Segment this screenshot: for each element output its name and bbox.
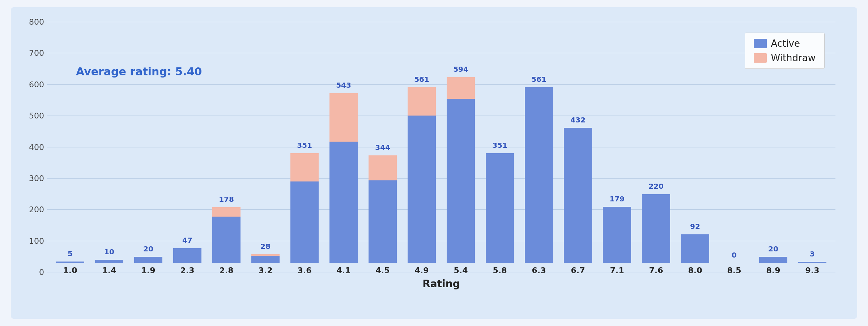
bar-withdraw-4.9 [408,87,436,116]
bar-active-4.5 [369,180,397,263]
legend-active-label: Active [771,38,800,49]
x-tick-9.3: 9.3 [793,266,832,275]
bar-stack-3.2: 28 [251,254,280,263]
chart-area: # submissions Average rating: 5.40 01002… [47,22,835,290]
x-tick-3.6: 3.6 [285,266,324,275]
bar-group-6.7: 432 [558,128,597,263]
bar-label-3.2: 28 [260,242,271,251]
x-tick-4.1: 4.1 [324,266,363,275]
bar-label-8.9: 20 [768,244,778,253]
bar-label-8.0: 92 [690,222,700,231]
bar-active-1.4 [95,260,123,263]
bar-label-5.8: 351 [492,141,507,150]
x-axis: 1.01.41.92.32.83.23.64.14.54.95.45.86.36… [47,263,835,275]
bar-group-5.4: 594 [441,77,480,263]
bar-label-7.1: 179 [609,195,625,203]
bar-active-1.0 [56,262,84,263]
bar-active-7.1 [603,207,631,263]
y-tick-100: 100 [29,236,44,245]
x-tick-4.5: 4.5 [363,266,402,275]
bar-label-1.9: 20 [143,244,153,253]
bar-stack-5.4: 594 [447,77,475,263]
bar-stack-8.0: 92 [681,234,709,263]
bar-label-8.5: 0 [732,251,737,259]
bar-active-5.8 [486,153,514,263]
bar-stack-6.7: 432 [564,128,592,263]
bar-group-4.1: 543 [324,93,363,263]
bar-active-7.6 [642,194,670,263]
bar-group-1.9: 20 [129,257,168,263]
bar-stack-4.1: 543 [329,93,358,263]
x-tick-7.1: 7.1 [597,266,637,275]
bar-label-2.3: 47 [182,236,192,244]
bar-stack-4.5: 344 [369,155,397,263]
bar-stack-1.0: 5 [56,262,84,263]
bar-group-2.3: 47 [168,248,207,263]
bar-active-4.1 [329,142,358,263]
bar-label-6.7: 432 [570,116,586,124]
bar-active-1.9 [134,257,162,263]
bar-label-4.9: 561 [414,75,429,84]
bar-stack-1.9: 20 [134,257,162,263]
bar-group-2.8: 178 [207,207,246,263]
bar-group-4.9: 561 [402,87,441,263]
bar-label-9.3: 3 [810,250,815,258]
legend-active-swatch [754,39,767,48]
bar-group-1.4: 10 [90,260,129,263]
bar-stack-4.9: 561 [408,87,436,263]
bar-group-7.1: 179 [597,207,637,263]
x-tick-6.3: 6.3 [519,266,558,275]
bar-group-6.3: 561 [519,87,558,263]
bar-active-6.7 [564,128,592,263]
bar-group-7.6: 220 [637,194,676,263]
y-tick-200: 200 [29,205,44,214]
bar-group-8.0: 92 [676,234,715,263]
legend-withdraw-label: Withdraw [771,53,816,63]
y-tick-600: 600 [29,80,44,89]
y-tick-500: 500 [29,111,44,120]
bar-withdraw-4.5 [369,155,397,180]
x-tick-8.5: 8.5 [715,266,754,275]
y-tick-800: 800 [29,17,44,26]
bar-stack-5.8: 351 [486,153,514,263]
x-tick-1.9: 1.9 [129,266,168,275]
y-tick-700: 700 [29,49,44,58]
bar-active-8.9 [759,257,787,263]
legend-active: Active [754,38,816,49]
x-tick-1.4: 1.4 [90,266,129,275]
x-tick-5.8: 5.8 [480,266,519,275]
x-tick-2.8: 2.8 [207,266,246,275]
bar-label-3.6: 351 [297,141,312,150]
bar-label-7.6: 220 [648,182,664,191]
x-tick-2.3: 2.3 [168,266,207,275]
bar-active-4.9 [408,116,436,263]
bar-stack-8.9: 20 [759,257,787,263]
bar-stack-2.3: 47 [173,248,201,263]
bar-active-2.3 [173,248,201,263]
bar-withdraw-2.8 [212,207,241,217]
bar-group-1.0: 5 [51,262,90,263]
y-tick-300: 300 [29,174,44,183]
bar-group-3.6: 351 [285,153,324,263]
bar-label-4.5: 344 [375,143,390,152]
x-tick-8.0: 8.0 [676,266,715,275]
bar-label-2.8: 178 [219,195,234,204]
bar-group-4.5: 344 [363,155,402,263]
bar-stack-1.4: 10 [95,260,123,263]
x-tick-5.4: 5.4 [441,266,480,275]
bar-label-4.1: 543 [336,81,351,89]
bars-area: 5102047178283515433445615943515614321792… [47,22,835,263]
y-tick-0: 0 [39,268,44,277]
y-tick-400: 400 [29,142,44,151]
x-tick-3.2: 3.2 [246,266,285,275]
bar-withdraw-4.1 [329,93,358,142]
bar-stack-2.8: 178 [212,207,241,263]
x-tick-8.9: 8.9 [754,266,793,275]
bar-active-9.3 [798,262,826,263]
x-tick-7.6: 7.6 [637,266,676,275]
bar-withdraw-5.4 [447,77,475,99]
bar-active-5.4 [447,99,475,263]
plot-area: Average rating: 5.40 0100200300400500600… [47,22,835,263]
bar-group-3.2: 28 [246,254,285,263]
bar-group-9.3: 3 [793,262,832,263]
